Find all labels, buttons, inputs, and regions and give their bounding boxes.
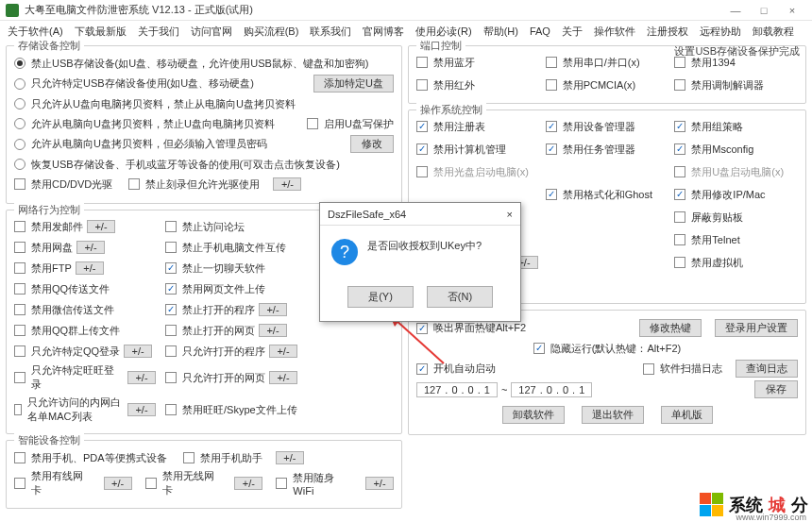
radio-usb-block[interactable]: [14, 58, 25, 69]
modify-hotkey-button[interactable]: 修改热键: [639, 319, 702, 337]
pm-button[interactable]: +/-: [124, 345, 152, 358]
pm-button[interactable]: +/-: [365, 477, 394, 490]
minimize-button[interactable]: —: [721, 5, 750, 16]
pm-button[interactable]: +/-: [259, 303, 287, 316]
menu-item[interactable]: FAQ: [530, 25, 550, 37]
port-checkbox[interactable]: [416, 57, 428, 68]
disable-wlan-checkbox[interactable]: [145, 478, 157, 489]
net-checkbox[interactable]: [14, 221, 25, 232]
ip-from-input[interactable]: 127.0.0.1: [416, 382, 498, 397]
pm-button[interactable]: +/-: [276, 451, 304, 464]
menu-item[interactable]: 操作软件: [594, 25, 635, 39]
net-checkbox[interactable]: [165, 242, 177, 253]
radio-restore-usb[interactable]: [14, 159, 25, 170]
menu-item[interactable]: 联系我们: [310, 25, 351, 39]
hide-run-checkbox[interactable]: [533, 343, 545, 354]
pm-button[interactable]: +/-: [269, 345, 297, 358]
disable-lan-checkbox[interactable]: [14, 478, 25, 489]
net-checkbox[interactable]: [165, 262, 177, 274]
net-checkbox[interactable]: [165, 221, 177, 232]
disable-phone-assist-checkbox[interactable]: [183, 452, 195, 463]
os-checkbox[interactable]: [546, 121, 557, 132]
disable-cd-checkbox[interactable]: [14, 178, 25, 190]
net-checkbox[interactable]: [165, 404, 177, 415]
pm-button[interactable]: +/-: [104, 477, 132, 490]
os-checkbox[interactable]: [674, 121, 685, 132]
net-checkbox[interactable]: [14, 345, 25, 357]
os-checkbox[interactable]: [674, 257, 685, 268]
os-checkbox[interactable]: [416, 143, 428, 155]
menu-item[interactable]: 远程协助: [700, 25, 741, 39]
modify-button[interactable]: 修改: [350, 135, 394, 153]
menu-item[interactable]: 卸载教程: [753, 25, 794, 39]
usb-writeprotect-checkbox[interactable]: [307, 118, 318, 129]
menu-item[interactable]: 官网博客: [363, 25, 404, 39]
radio-usb-to-pc[interactable]: [14, 98, 25, 109]
disable-burn-checkbox[interactable]: [128, 178, 140, 190]
menu-item[interactable]: 下载最新版: [75, 25, 127, 39]
boot-start-checkbox[interactable]: [416, 363, 428, 375]
net-checkbox[interactable]: [165, 304, 177, 315]
pm-button[interactable]: +/-: [127, 371, 156, 384]
net-checkbox[interactable]: [14, 242, 25, 253]
os-checkbox[interactable]: [416, 166, 428, 177]
menu-item[interactable]: 关于我们: [138, 25, 179, 39]
net-checkbox[interactable]: [14, 283, 25, 295]
pm-button[interactable]: +/-: [234, 477, 262, 490]
net-checkbox[interactable]: [14, 325, 25, 336]
dialog-no-button[interactable]: 否(N): [427, 286, 493, 308]
disable-pda-checkbox[interactable]: [14, 452, 25, 463]
pm-button[interactable]: +/-: [269, 371, 297, 384]
query-log-button[interactable]: 查询日志: [736, 360, 798, 378]
hotkey-checkbox[interactable]: [416, 323, 428, 334]
port-checkbox[interactable]: [674, 79, 685, 91]
menu-item[interactable]: 关于软件(A): [8, 25, 63, 39]
pm-button[interactable]: +/-: [87, 220, 115, 233]
ip-to-input[interactable]: 127.0.0.1: [511, 382, 592, 397]
menu-item[interactable]: 访问官网: [191, 25, 232, 39]
os-checkbox[interactable]: [674, 143, 685, 155]
net-checkbox[interactable]: [165, 283, 177, 295]
net-checkbox[interactable]: [165, 325, 177, 336]
net-checkbox[interactable]: [165, 345, 177, 357]
menu-item[interactable]: 购买流程(B): [244, 25, 299, 39]
net-checkbox[interactable]: [165, 372, 177, 383]
menu-item[interactable]: 帮助(H): [483, 25, 518, 39]
radio-specific-usb[interactable]: [14, 78, 25, 90]
net-checkbox[interactable]: [14, 372, 25, 383]
os-checkbox[interactable]: [674, 211, 685, 223]
net-checkbox[interactable]: [14, 404, 22, 415]
disable-wifi-checkbox[interactable]: [276, 478, 287, 489]
pm-button[interactable]: +/-: [76, 261, 104, 275]
net-checkbox[interactable]: [14, 262, 25, 274]
menu-item[interactable]: 使用必读(R): [415, 25, 471, 39]
net-checkbox[interactable]: [14, 304, 25, 315]
close-button[interactable]: ×: [778, 5, 806, 16]
os-checkbox[interactable]: [674, 234, 685, 245]
dialog-yes-button[interactable]: 是(Y): [347, 286, 414, 308]
radio-pc-to-usb[interactable]: [14, 118, 25, 129]
menu-item[interactable]: 注册授权: [647, 25, 688, 39]
single-mode-button[interactable]: 单机版: [661, 406, 713, 424]
os-checkbox[interactable]: [674, 166, 685, 177]
port-checkbox[interactable]: [416, 79, 428, 91]
pm-button[interactable]: +/-: [127, 403, 156, 416]
pm-button[interactable]: +/-: [259, 324, 287, 337]
port-checkbox[interactable]: [546, 79, 557, 91]
maximize-button[interactable]: □: [750, 5, 778, 16]
exit-button[interactable]: 退出软件: [582, 406, 644, 424]
save-button[interactable]: 保存: [754, 380, 798, 398]
uninstall-button[interactable]: 卸载软件: [502, 406, 565, 424]
pm-button[interactable]: +/-: [273, 177, 301, 191]
login-settings-button[interactable]: 登录用户设置: [715, 319, 798, 337]
os-checkbox[interactable]: [416, 121, 428, 132]
os-checkbox[interactable]: [674, 189, 685, 200]
os-checkbox[interactable]: [546, 143, 557, 155]
menu-item[interactable]: 关于: [562, 25, 583, 39]
pm-button[interactable]: +/-: [76, 241, 105, 254]
dialog-close-button[interactable]: ×: [507, 209, 513, 220]
add-usb-button[interactable]: 添加特定U盘: [313, 75, 394, 93]
port-checkbox[interactable]: [546, 57, 557, 68]
os-checkbox[interactable]: [546, 189, 557, 200]
scan-log-checkbox[interactable]: [643, 363, 654, 375]
